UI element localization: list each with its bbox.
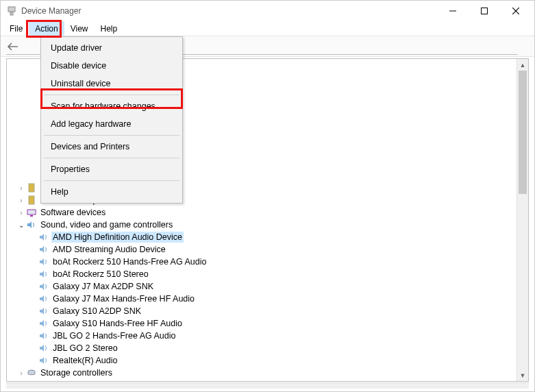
speaker-icon [38,293,49,304]
svg-rect-0 [8,7,15,12]
tree-label: JBL GO 2 Hands-Free AG Audio [51,330,177,341]
speaker-icon [38,330,49,341]
tree-label: Realtek(R) Audio [51,355,119,366]
menu-add-legacy[interactable]: Add legacy hardware [41,115,182,133]
tree-label: Galaxy S10 A2DP SNK [51,306,142,317]
speaker-icon [38,256,49,267]
tree-item-software-devices[interactable]: › Software devices [7,206,517,219]
device-icon [26,207,37,218]
minimize-button[interactable] [437,1,469,21]
tree-label: Galaxy J7 Max A2DP SNK [51,281,155,292]
tree-item-boat-stereo[interactable]: boAt Rockerz 510 Stereo [7,268,517,280]
svg-rect-7 [29,196,34,204]
speaker-icon [38,269,49,280]
tree-item-galaxy-j7-a2dp[interactable]: Galaxy J7 Max A2DP SNK [7,280,517,293]
tree-item-realtek[interactable]: Realtek(R) Audio [7,354,517,367]
tree-item-galaxy-s10-hf[interactable]: Galaxy S10 Hands-Free HF Audio [7,317,517,330]
menu-help[interactable]: Help [41,183,182,201]
svg-rect-9 [30,215,33,217]
menu-devices-printers[interactable]: Devices and Printers [41,138,182,156]
tree-label: Sound, video and game controllers [39,219,174,230]
chevron-right-icon[interactable]: › [16,184,26,192]
scroll-down-icon[interactable]: ▼ [517,369,528,381]
speaker-icon [38,355,49,366]
menu-properties[interactable]: Properties [41,160,182,178]
scrollbar-thumb[interactable] [519,71,527,194]
menu-uninstall-device[interactable]: Uninstall device [41,75,182,93]
chevron-down-icon[interactable]: ⌄ [16,221,26,229]
storage-icon [26,367,37,378]
forward-button[interactable] [21,38,38,55]
menu-disable-device[interactable]: Disable device [41,57,182,75]
menu-separator [44,135,179,136]
svg-rect-6 [29,184,34,192]
menu-scan-hardware[interactable]: Scan for hardware changes [41,97,182,115]
menu-separator [44,158,179,158]
tree-item-jbl-ag[interactable]: JBL GO 2 Hands-Free AG Audio [7,330,517,342]
titlebar: Device Manager [1,1,534,21]
tree-label: Software devices [39,207,107,218]
window-title: Device Manager [21,6,81,16]
maximize-button[interactable] [469,1,500,21]
tree-label: Storage controllers [39,367,114,378]
tree-label: AMD Streaming Audio Device [51,244,167,255]
tree-label: boAt Rockerz 510 Stereo [51,269,150,280]
chevron-right-icon[interactable]: › [16,197,26,204]
tree-label: AMD High Definition Audio Device [51,232,184,243]
speaker-icon [38,244,49,255]
speaker-icon [38,232,49,243]
tree-label: Galaxy J7 Max Hands-Free HF Audio [51,293,196,304]
security-icon [26,182,37,193]
tree-item-sound-video[interactable]: ⌄ Sound, video and game controllers [7,219,517,231]
speaker-icon [38,306,49,317]
speaker-icon [26,219,37,230]
back-button[interactable] [5,38,21,55]
tree-label: boAt Rockerz 510 Hands-Free AG Audio [51,256,208,267]
menu-help[interactable]: Help [95,21,124,36]
tree-item-galaxy-j7-hf[interactable]: Galaxy J7 Max Hands-Free HF Audio [7,293,517,305]
tree-label: Galaxy S10 Hands-Free HF Audio [51,318,184,329]
tree-item-storage-controllers[interactable]: › Storage controllers [7,367,517,379]
menu-separator [44,95,179,95]
scroll-up-icon[interactable]: ▲ [517,59,528,71]
tree-label: JBL GO 2 Stereo [51,343,119,354]
menu-update-driver[interactable]: Update driver [41,39,182,57]
menu-file[interactable]: File [3,21,29,36]
menu-action[interactable]: Action [29,21,64,36]
scrollbar-vertical[interactable]: ▲ ▼ [517,59,528,381]
component-icon [26,195,37,206]
tree-item-amd-streaming[interactable]: AMD Streaming Audio Device [7,243,517,256]
svg-rect-3 [482,8,488,14]
action-dropdown: Update driver Disable device Uninstall d… [40,36,183,204]
tree-item-jbl-stereo[interactable]: JBL GO 2 Stereo [7,342,517,354]
menu-separator [44,180,179,181]
menu-view[interactable]: View [64,21,95,36]
chevron-right-icon[interactable]: › [16,369,26,377]
menubar: File Action View Help [1,21,534,36]
svg-rect-8 [27,210,36,215]
speaker-icon [38,318,49,329]
tree-item-amd-hd-audio[interactable]: AMD High Definition Audio Device [7,231,517,243]
statusbar [6,382,529,389]
svg-rect-1 [10,12,13,15]
scrollbar-track[interactable] [517,71,528,369]
speaker-icon [38,281,49,292]
tree-item-galaxy-s10-a2dp[interactable]: Galaxy S10 A2DP SNK [7,305,517,317]
tree-item-boat-ag[interactable]: boAt Rockerz 510 Hands-Free AG Audio [7,256,517,268]
close-button[interactable] [500,1,532,21]
app-icon [6,5,17,16]
speaker-icon [38,343,49,354]
chevron-right-icon[interactable]: › [16,209,26,217]
